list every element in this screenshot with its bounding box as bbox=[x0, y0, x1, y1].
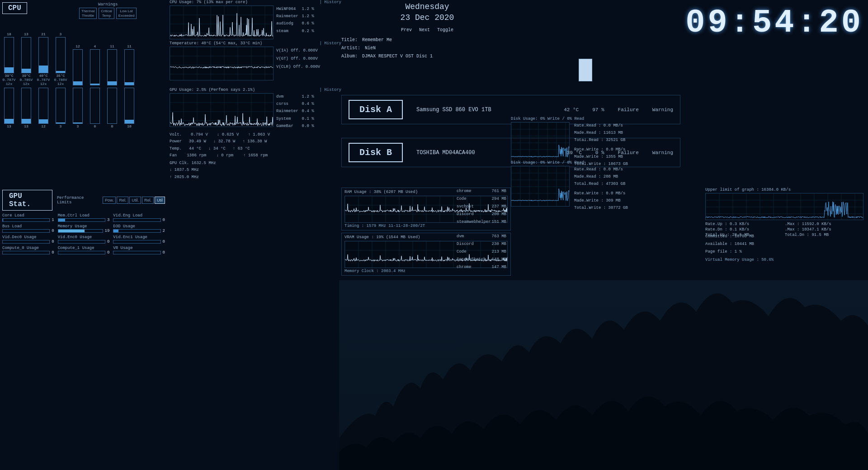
gpu-usage-label: GPU Usage: 2.5% (Perfmon says 2.1%) bbox=[170, 88, 255, 92]
critical-temp-btn[interactable]: CriticalTemp bbox=[99, 8, 114, 19]
core-load-section: Core Load 1 bbox=[2, 213, 54, 222]
cpu-temp-graph bbox=[170, 47, 274, 80]
cpu-gpu-graphs: CPU Usage: 7% (13% max per core) | Histo… bbox=[170, 0, 341, 181]
gpu-rel2-btn[interactable]: Rel. bbox=[142, 197, 154, 204]
disk-b-warning: Warning bbox=[652, 150, 673, 155]
disk-b-graph bbox=[511, 166, 570, 207]
cpu-history-label: | History bbox=[319, 0, 341, 5]
disk-b-model: TOSHIBA MD04ACA400 bbox=[416, 150, 475, 156]
gpu-usage-graph bbox=[170, 93, 274, 127]
gpu-stats: Volt. 0.794 V ↓ 0.625 V ↑ 1.063 V Power … bbox=[170, 132, 341, 181]
vid-dec0-section: Vid.Dec0 Usage 0 bbox=[2, 235, 54, 244]
vid-enc0-section: Vid.Enc0 Usage 0 bbox=[58, 235, 110, 244]
datetime-music: Wednesday 23 Dec 2020 Prev Next Toggle T… bbox=[341, 2, 513, 61]
disk-a-temp: 42 °C bbox=[564, 107, 579, 113]
disk-a-usage: 97 % bbox=[592, 107, 604, 113]
network-graph bbox=[705, 193, 863, 220]
gpu-title: GPU Stat. bbox=[2, 190, 52, 211]
disk-a-failure: Failure bbox=[618, 107, 639, 113]
compute1-section: Compute_1 Usage 0 bbox=[58, 246, 110, 255]
cpu-core-1: 13 39°C 0.785V 12x 13 bbox=[19, 32, 33, 128]
cpu-core-4: 12 3 bbox=[71, 44, 85, 128]
disk-a-warning: Warning bbox=[652, 107, 673, 113]
gpu-pow-btn[interactable]: Pow. bbox=[103, 197, 116, 204]
cpu-temp-label: Temperature: 40°C (54°C max, 33°C min) bbox=[170, 41, 262, 46]
gpu-rel-btn[interactable]: Rel. bbox=[117, 197, 128, 204]
cpu-core-5: 4 0 bbox=[88, 44, 102, 128]
clock-display: 09:54:20 bbox=[685, 5, 863, 42]
disk-b-graph-stats: Disk Usage: 0% Write / 0% Read Rate.Read… bbox=[511, 160, 687, 212]
cpu-process-list: HWiNF064 1.2 % Rainmeter 1.2 % audiodg 0… bbox=[276, 5, 314, 39]
disk-b-label: Disk B bbox=[349, 143, 403, 162]
gpu-util-active-btn[interactable]: Util bbox=[155, 197, 165, 204]
ram-memory-stats: Upper limit of graph : 16384.0 KB/s Rate… bbox=[705, 188, 863, 237]
vid-eng-load-section: Vid.Eng Load 0 bbox=[113, 213, 165, 222]
day-display: Wednesday bbox=[341, 2, 513, 11]
cpu-core-3: 3 35°C 0.786V 12x 3 bbox=[54, 32, 67, 128]
vr-section: VR Usage 0 bbox=[113, 246, 165, 255]
ram-process-list: chrome761 MB Code294 MB svchost237 MB Di… bbox=[457, 188, 506, 226]
d3d-usage-section: D3D Usage 2 bbox=[113, 224, 165, 233]
music-info: Title: Remember Me Artist: NieN Album: D… bbox=[341, 36, 513, 61]
compute0-section: Compute_0 Usage 0 bbox=[2, 246, 54, 255]
disk-b-stats: Rate.Read : 0.0 MB/s Made.Read : 208 MB … bbox=[574, 166, 628, 212]
cpu-core-0: 18 39°C 0.787V 12x 13 bbox=[2, 32, 16, 128]
gpu-util-btn2[interactable]: Util. bbox=[129, 197, 141, 204]
vid-enc1-section: Vid.Enc1 Usage 0 bbox=[113, 235, 165, 244]
disk-a-label: Disk A bbox=[349, 100, 403, 119]
gpu-process-list: dvm 1.2 % csrss 0.4 % Rainmeter 0.4 % Sy… bbox=[276, 93, 314, 130]
disk-b-temp: 39 °C bbox=[567, 150, 582, 155]
cpu-title: CPU bbox=[2, 2, 27, 14]
cpu-usage-label: CPU Usage: 7% (13% max per core) bbox=[170, 0, 248, 5]
disk-b-usage: 0 % bbox=[595, 150, 604, 155]
cpu-temp-history: | History bbox=[319, 41, 341, 46]
bus-load-section: Bus Load 0 bbox=[2, 224, 54, 233]
cpu-core-7: 11 10 bbox=[123, 44, 136, 128]
mem-ctrl-load-section: Mem.Ctrl Load 3 bbox=[58, 213, 110, 222]
cpu-core-2: 21 40°C 0.787V 12x 12 bbox=[37, 32, 50, 128]
disk-b-failure: Failure bbox=[618, 150, 639, 155]
vram-memory-stats: Committed : 10700 MB Available : 10441 M… bbox=[705, 233, 863, 262]
cpu-cores-container: 18 39°C 0.787V 12x 13 13 39°C 0.785V 12x… bbox=[2, 32, 165, 128]
gpu-history-label: | History bbox=[319, 88, 341, 92]
date-display: 23 Dec 2020 bbox=[341, 13, 513, 22]
cpu-voltage-list: V(IA) Off. 0.000V V(GT) Off. 0.000V V(CL… bbox=[276, 47, 320, 80]
gpu-section: GPU Stat. Performance Limits Pow. Rel. U… bbox=[2, 190, 165, 255]
thermal-throttle-btn[interactable]: ThermalThrottle bbox=[79, 8, 97, 19]
album-art bbox=[579, 59, 592, 81]
cpu-usage-graph bbox=[170, 5, 274, 39]
warnings-section: Warnings ThermalThrottle CriticalTemp Lo… bbox=[79, 2, 137, 19]
toggle-btn[interactable]: Toggle bbox=[437, 28, 453, 33]
next-btn[interactable]: Next bbox=[419, 28, 430, 33]
prev-btn[interactable]: Prev bbox=[401, 28, 412, 33]
memory-usage-section: Memory Usage 19 bbox=[58, 224, 110, 233]
warnings-label: Warnings bbox=[79, 2, 137, 7]
vram-process-list: dvm763 MB Discord230 MB Code213 MB Scree… bbox=[457, 233, 506, 271]
disk-a-model: Samsung SSD 860 EVO 1TB bbox=[416, 107, 491, 113]
cpu-core-6: 11 0 bbox=[105, 44, 119, 128]
perf-limits-label: Performance Limits bbox=[57, 196, 98, 205]
low-lat-btn[interactable]: Low LatExceeded bbox=[116, 8, 137, 19]
